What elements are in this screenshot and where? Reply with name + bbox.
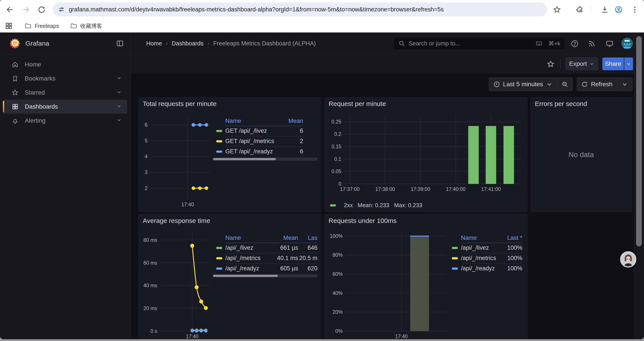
search-input[interactable]: Search or jump to... ⌘+k — [394, 37, 565, 50]
favorite-dashboard-button[interactable] — [546, 59, 556, 69]
sidebar-toggle-icon[interactable] — [116, 40, 124, 47]
series-max-stat: Max: 0.233 — [394, 202, 422, 209]
bookmark-star-button[interactable] — [552, 5, 562, 15]
sidebar-item-alerting[interactable]: Alerting — [3, 114, 127, 128]
col-name[interactable]: Name — [452, 235, 498, 241]
downloads-button[interactable] — [600, 5, 610, 15]
extensions-button[interactable] — [575, 5, 585, 15]
series-mean: 40.1 ms — [268, 255, 298, 261]
site-settings-icon[interactable] — [58, 6, 65, 13]
col-mean[interactable]: Mean — [277, 118, 303, 124]
back-button[interactable] — [5, 5, 15, 15]
legend-table: Name Mean GET /api/_/livez 6 GET /api/_/… — [216, 116, 318, 157]
reload-button[interactable] — [37, 5, 46, 15]
legend-scrollbar[interactable] — [212, 158, 318, 161]
series-name[interactable]: GET /api/_/livez — [225, 128, 277, 134]
breadcrumb-dashboards[interactable]: Dashboards — [172, 40, 204, 47]
panel-errors-per-second: Errors per second No data — [531, 97, 632, 212]
dashboard-canvas: Last 5 minutes Refresh — [131, 74, 644, 339]
forward-icon — [22, 6, 30, 14]
export-button[interactable]: Export — [566, 58, 598, 70]
floating-assistant-avatar[interactable] — [620, 251, 636, 267]
legend-row[interactable]: /api/_/metrics 40.1 ms 20.5 m — [216, 253, 318, 263]
refresh-interval-button[interactable] — [617, 78, 632, 91]
series-color-chip — [216, 130, 222, 132]
col-last[interactable]: Las — [298, 235, 318, 241]
series-name[interactable]: /api/_/livez — [225, 244, 268, 251]
bookmark-folder-blogs[interactable]: 收藏博客 — [70, 21, 102, 31]
rss-icon — [588, 40, 596, 48]
legend-row[interactable]: GET /api/_/livez 6 — [216, 126, 303, 136]
zoom-out-icon — [562, 81, 568, 88]
legend-row[interactable]: /api/_/livez 100% — [452, 243, 522, 253]
page-scrollbar[interactable] — [634, 33, 644, 339]
series-name[interactable]: 2xx — [344, 202, 353, 209]
profile-button[interactable] — [614, 5, 624, 15]
col-name[interactable]: Name — [216, 235, 268, 241]
legend-row[interactable]: GET /api/_/metrics 2 — [216, 136, 303, 146]
share-menu-button[interactable] — [624, 58, 633, 70]
kebab-menu-icon — [631, 6, 639, 14]
col-name[interactable]: Name — [216, 118, 277, 124]
svg-text:20%: 20% — [332, 309, 342, 315]
col-last[interactable]: Last * — [498, 235, 522, 241]
forward-button[interactable] — [21, 5, 31, 15]
address-bar[interactable]: grafana.mathmast.com/d/deytv4rwavabkb/fr… — [52, 3, 547, 17]
series-name[interactable]: GET /api/_/readyz — [225, 148, 277, 155]
legend-row[interactable]: /api/_/readyz 605 µs 620 — [216, 263, 318, 274]
sidebar-item-bookmarks[interactable]: Bookmarks — [3, 72, 127, 86]
series-last: 100% — [498, 255, 522, 261]
svg-text:17:39:00: 17:39:00 — [410, 186, 430, 192]
series-name[interactable]: /api/_/metrics — [461, 255, 498, 261]
share-button[interactable]: Share — [602, 58, 624, 70]
sidebar-item-home[interactable]: Home — [3, 58, 127, 72]
legend-row[interactable]: /api/_/metrics 100% — [452, 253, 522, 263]
series-name[interactable]: /api/_/readyz — [461, 265, 498, 272]
series-color-chip — [452, 257, 458, 259]
svg-text:0.2: 0.2 — [334, 131, 341, 137]
panel-title[interactable]: Total requests per minute — [143, 100, 216, 108]
col-mean[interactable]: Mean — [268, 235, 298, 241]
panel-title[interactable]: Request per minute — [328, 100, 386, 108]
series-name[interactable]: /api/_/livez — [461, 244, 498, 251]
news-button[interactable] — [587, 39, 597, 49]
sidebar-menu: Home Bookmarks Starred Dashboards — [0, 55, 131, 128]
panel-legend: 2xx Mean: 0.233 Max: 0.233 — [330, 202, 422, 209]
legend-row[interactable]: GET /api/_/readyz 6 — [216, 146, 303, 157]
series-color-chip — [330, 204, 336, 206]
display-button[interactable] — [605, 39, 614, 49]
scrollbar-thumb[interactable] — [636, 36, 642, 246]
legend-row[interactable]: /api/_/livez 661 µs 646 — [216, 243, 318, 253]
svg-text:0.15: 0.15 — [332, 144, 341, 149]
sidebar-item-label: Dashboards — [25, 103, 58, 110]
zoom-out-button[interactable] — [557, 78, 572, 91]
chevron-down-icon — [622, 81, 628, 88]
legend-table: Name Mean Las /api/_/livez 661 µs 646 — [216, 233, 318, 274]
legend-row[interactable]: /api/_/readyz 100% — [452, 263, 522, 274]
apps-grid-button[interactable] — [4, 21, 14, 31]
svg-text:0 s: 0 s — [150, 328, 157, 334]
screen: grafana.mathmast.com/d/deytv4rwavabkb/fr… — [0, 0, 644, 341]
series-color-chip — [452, 267, 458, 270]
browser-menu-button[interactable] — [630, 5, 640, 15]
sidebar-item-dashboards[interactable]: Dashboards — [3, 100, 127, 114]
series-mean: 2 — [277, 138, 303, 145]
refresh-button[interactable]: Refresh — [577, 78, 617, 91]
breadcrumb-home[interactable]: Home — [146, 40, 162, 47]
bookmark-folder-freeleaps[interactable]: Freeleaps — [24, 21, 59, 31]
help-button[interactable] — [570, 39, 580, 49]
legend-scrollbar[interactable] — [212, 274, 318, 277]
panel-title[interactable]: Requests under 100ms — [328, 217, 396, 224]
subheader-divider — [560, 60, 561, 68]
panel-total-requests: Total requests per minute 6543217:40 Nam… — [138, 97, 321, 212]
svg-text:80%: 80% — [332, 252, 342, 258]
sidebar-item-label: Home — [25, 61, 41, 68]
series-name[interactable]: /api/_/readyz — [225, 265, 268, 272]
panel-title[interactable]: Average response time — [143, 217, 210, 224]
series-name[interactable]: GET /api/_/metrics — [225, 138, 277, 145]
grafana-app: Grafana Home Bookmarks Starred — [0, 33, 644, 339]
series-name[interactable]: /api/_/metrics — [225, 255, 268, 261]
sidebar-item-starred[interactable]: Starred — [3, 86, 127, 100]
user-avatar[interactable] — [622, 38, 633, 49]
time-range-button[interactable]: Last 5 minutes — [489, 78, 557, 91]
